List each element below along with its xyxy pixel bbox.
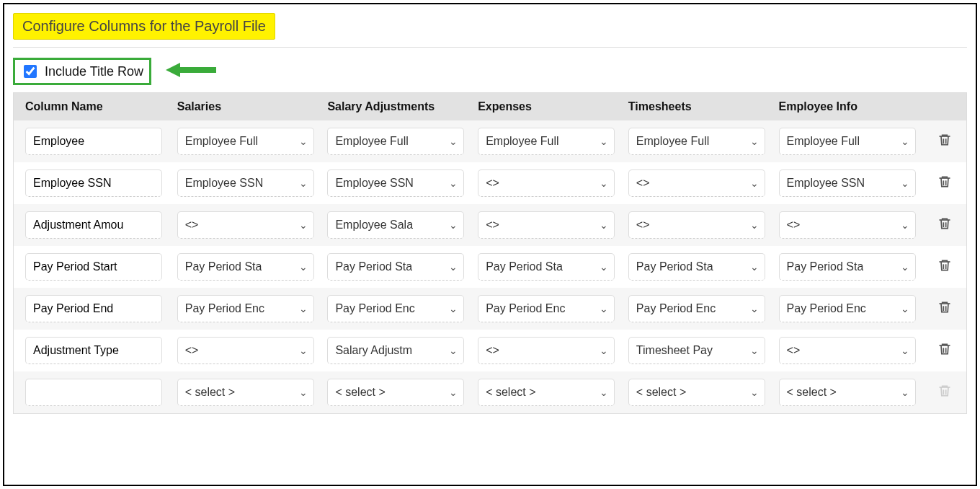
salary-adjustments-select[interactable]: Salary Adjustm⌄ — [327, 337, 464, 364]
expenses-select[interactable]: < select >⌄ — [478, 379, 615, 406]
svg-marker-1 — [166, 63, 180, 77]
employee-info-select[interactable]: Employee SSN⌄ — [779, 169, 916, 197]
expenses-select[interactable]: <>⌄ — [478, 169, 615, 197]
salaries-select[interactable]: Pay Period Sta⌄ — [177, 253, 314, 281]
salary-adjustments-select[interactable]: Employee Sala⌄ — [327, 211, 464, 239]
timesheets-select[interactable]: <>⌄ — [628, 169, 765, 197]
header-employee-info: Employee Info — [779, 100, 930, 113]
select-value: Employee Full — [636, 135, 709, 148]
select-value: Pay Period Sta — [486, 260, 563, 273]
select-value: Employee SSN — [787, 177, 865, 190]
chevron-down-icon: ⌄ — [600, 303, 608, 314]
chevron-down-icon: ⌄ — [600, 387, 608, 398]
salary-adjustments-select[interactable]: Employee Full⌄ — [327, 128, 464, 155]
timesheets-select[interactable]: Timesheet Pay⌄ — [628, 337, 765, 364]
chevron-down-icon: ⌄ — [449, 261, 458, 273]
expenses-select[interactable]: <>⌄ — [478, 211, 615, 239]
salary-adjustments-select[interactable]: Pay Period Sta⌄ — [327, 253, 464, 281]
table-row: <>⌄Employee Sala⌄<>⌄<>⌄<>⌄ — [14, 204, 966, 246]
select-value: Employee Full — [335, 135, 408, 148]
header-salary-adjustments: Salary Adjustments — [327, 100, 478, 113]
salary-adjustments-select[interactable]: Employee SSN⌄ — [327, 169, 464, 197]
employee-info-select[interactable]: Employee Full⌄ — [779, 128, 916, 155]
employee-info-select[interactable]: <>⌄ — [779, 337, 916, 364]
chevron-down-icon: ⌄ — [901, 387, 909, 398]
chevron-down-icon: ⌄ — [750, 261, 759, 273]
chevron-down-icon: ⌄ — [750, 136, 759, 147]
timesheets-select[interactable]: <>⌄ — [628, 211, 765, 239]
chevron-down-icon: ⌄ — [750, 219, 759, 231]
select-value: <> — [486, 219, 499, 232]
chevron-down-icon: ⌄ — [901, 303, 909, 314]
column-name-input[interactable] — [25, 337, 162, 364]
expenses-select[interactable]: Pay Period Sta⌄ — [478, 253, 615, 281]
delete-row-icon[interactable] — [937, 133, 952, 150]
column-name-input[interactable] — [25, 253, 162, 281]
salary-adjustments-select[interactable]: < select >⌄ — [327, 379, 464, 406]
expenses-select[interactable]: Employee Full⌄ — [478, 128, 615, 155]
delete-row-icon[interactable] — [937, 258, 952, 276]
chevron-down-icon: ⌄ — [600, 345, 608, 356]
include-title-row-label: Include Title Row — [45, 64, 143, 79]
chevron-down-icon: ⌄ — [299, 136, 308, 147]
chevron-down-icon: ⌄ — [600, 177, 608, 189]
column-name-input[interactable] — [25, 169, 162, 197]
chevron-down-icon: ⌄ — [299, 345, 308, 356]
timesheets-select[interactable]: Employee Full⌄ — [628, 128, 765, 155]
delete-row-icon[interactable] — [937, 300, 952, 317]
expenses-select[interactable]: <>⌄ — [478, 337, 615, 364]
header-salaries: Salaries — [177, 100, 328, 113]
column-name-input[interactable] — [25, 379, 162, 406]
select-value: Salary Adjustm — [335, 344, 412, 357]
column-name-input[interactable] — [25, 211, 162, 239]
select-value: <> — [787, 219, 801, 232]
select-value: Employee SSN — [335, 177, 414, 190]
employee-info-select[interactable]: Pay Period Sta⌄ — [779, 253, 916, 281]
salaries-select[interactable]: < select >⌄ — [177, 379, 314, 406]
delete-row-icon[interactable] — [937, 342, 952, 359]
timesheets-select[interactable]: Pay Period Enc⌄ — [628, 295, 765, 322]
chevron-down-icon: ⌄ — [299, 303, 308, 314]
table-row: Employee Full⌄Employee Full⌄Employee Ful… — [14, 120, 966, 162]
columns-table: Column Name Salaries Salary Adjustments … — [13, 92, 967, 414]
employee-info-select[interactable]: Pay Period Enc⌄ — [779, 295, 916, 322]
table-row: Employee SSN⌄Employee SSN⌄<>⌄<>⌄Employee… — [14, 162, 966, 204]
salaries-select[interactable]: Employee Full⌄ — [177, 128, 314, 155]
table-row: Pay Period Sta⌄Pay Period Sta⌄Pay Period… — [14, 246, 966, 288]
header-timesheets: Timesheets — [628, 100, 779, 113]
chevron-down-icon: ⌄ — [901, 136, 909, 147]
select-value: <> — [636, 177, 650, 190]
select-value: Employee Sala — [335, 219, 413, 232]
select-value: Timesheet Pay — [636, 344, 713, 357]
chevron-down-icon: ⌄ — [600, 219, 608, 231]
salaries-select[interactable]: <>⌄ — [177, 211, 314, 239]
table-row: < select >⌄< select >⌄< select >⌄< selec… — [14, 371, 966, 413]
delete-row-icon[interactable] — [937, 216, 952, 234]
include-title-row-checkbox[interactable] — [24, 65, 37, 78]
chevron-down-icon: ⌄ — [901, 219, 909, 231]
chevron-down-icon: ⌄ — [901, 345, 909, 356]
table-row: <>⌄Salary Adjustm⌄<>⌄Timesheet Pay⌄<>⌄ — [14, 330, 966, 371]
salary-adjustments-select[interactable]: Pay Period Enc⌄ — [327, 295, 464, 322]
expenses-select[interactable]: Pay Period Enc⌄ — [478, 295, 615, 322]
include-title-row-highlight: Include Title Row — [13, 58, 151, 85]
salaries-select[interactable]: <>⌄ — [177, 337, 314, 364]
chevron-down-icon: ⌄ — [750, 303, 759, 314]
select-value: Employee Full — [787, 135, 860, 148]
timesheets-select[interactable]: Pay Period Sta⌄ — [628, 253, 765, 281]
chevron-down-icon: ⌄ — [449, 219, 458, 231]
salaries-select[interactable]: Employee SSN⌄ — [177, 169, 314, 197]
column-name-input[interactable] — [25, 295, 162, 322]
delete-row-icon[interactable] — [937, 175, 952, 192]
include-title-row-group: Include Title Row — [13, 58, 967, 85]
employee-info-select[interactable]: < select >⌄ — [779, 379, 916, 406]
employee-info-select[interactable]: <>⌄ — [779, 211, 916, 239]
divider — [13, 47, 967, 48]
select-value: <> — [787, 344, 801, 357]
chevron-down-icon: ⌄ — [750, 387, 759, 398]
table-header-row: Column Name Salaries Salary Adjustments … — [14, 93, 966, 120]
column-name-input[interactable] — [25, 128, 162, 155]
salaries-select[interactable]: Pay Period Enc⌄ — [177, 295, 314, 322]
timesheets-select[interactable]: < select >⌄ — [628, 379, 765, 406]
chevron-down-icon: ⌄ — [449, 303, 458, 314]
